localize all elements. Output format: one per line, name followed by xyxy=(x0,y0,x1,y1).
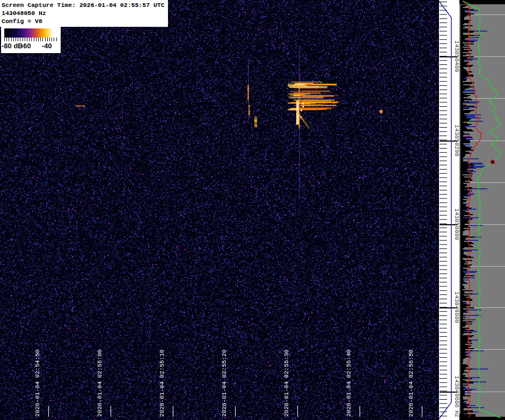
spectrum-panel xyxy=(459,0,505,420)
freq-label: 143049600 xyxy=(453,375,460,407)
time-label: 2026-01-04 02:55:50 xyxy=(408,350,415,417)
time-tick xyxy=(48,406,49,417)
time-label: 2026-01-04 02:54:50 xyxy=(34,350,41,417)
legend-label-40db: -40 xyxy=(42,41,52,51)
capture-time-text: Screen Capture Time: 2026-01-04 02:55:57… xyxy=(2,1,168,9)
color-gradient-bar xyxy=(4,28,56,38)
center-frequency-text: 143048050 Hz xyxy=(2,9,168,17)
time-tick xyxy=(297,406,298,417)
spectrum-lab-screen-capture: Screen Capture Time: 2026-01-04 02:55:57… xyxy=(0,0,505,420)
time-tick xyxy=(235,406,236,417)
time-label: 2026-01-04 02:55:40 xyxy=(346,350,353,417)
freq-label: 143050200 xyxy=(453,124,460,156)
freq-label: 143050000 xyxy=(453,208,460,240)
time-label: 2026-01-04 02:55:30 xyxy=(283,350,290,417)
legend-label-60db: -60 xyxy=(21,41,31,51)
freq-label: 143049800 xyxy=(453,291,460,323)
time-tick xyxy=(173,406,173,417)
time-label: 2026-01-04 02:55:00 xyxy=(97,350,104,417)
time-label: 2026-01-04 02:55:10 xyxy=(159,350,166,417)
time-tick xyxy=(422,406,422,417)
time-label: 2026-01-04 02:55:20 xyxy=(221,350,228,417)
capture-info-box: Screen Capture Time: 2026-01-04 02:55:57… xyxy=(0,0,168,27)
config-text: Config = V8 xyxy=(2,17,168,25)
freq-label: 143050400 xyxy=(453,40,460,72)
time-tick xyxy=(111,406,111,417)
time-tick xyxy=(360,406,360,417)
color-scale-legend: -80 dB -60 -40 xyxy=(1,27,61,53)
freq-unit-label: Hz xyxy=(453,410,460,417)
legend-label-80db: -80 dB xyxy=(2,41,23,51)
spectrogram-region xyxy=(0,0,439,420)
